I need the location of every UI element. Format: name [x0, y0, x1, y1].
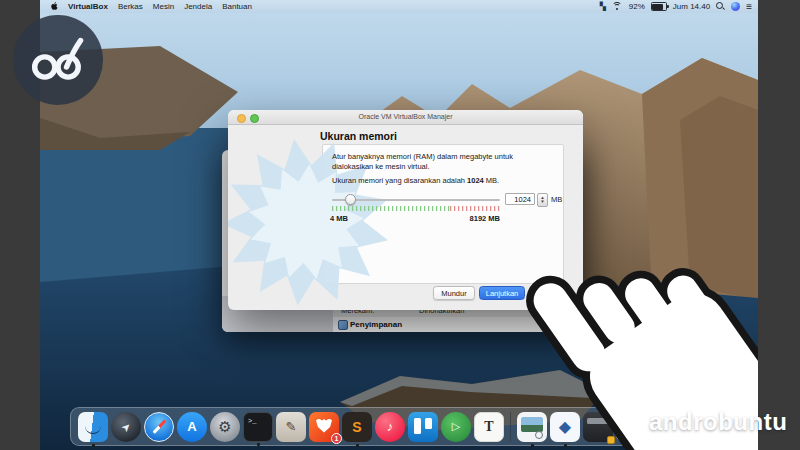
menu-item-virtualbox[interactable]: VirtualBox	[68, 2, 108, 11]
memory-description-text: Atur banyaknya memori (RAM) dalam megaby…	[332, 152, 556, 172]
dock-music-icon[interactable]: ♪	[375, 412, 405, 442]
menu-item-berkas[interactable]: Berkas	[118, 2, 143, 11]
dock-terminal-icon[interactable]: >_	[243, 412, 273, 442]
menu-item-jendela[interactable]: Jendela	[184, 2, 212, 11]
slider-tick-marks	[332, 206, 500, 211]
slider-min-label: 4 MB	[330, 214, 348, 223]
dock-sublime-text-icon[interactable]: S	[342, 412, 372, 442]
apple-menu-icon[interactable]	[50, 1, 58, 13]
menu-bar: VirtualBox Berkas Mesin Jendela Bantuan …	[40, 0, 758, 13]
slider-max-label: 8192 MB	[460, 214, 500, 223]
dock-text-editor-icon[interactable]: T	[474, 412, 504, 442]
ab-loops-icon	[23, 31, 93, 89]
dialog-titlebar[interactable]: Oracle VM VirtualBox Manajer	[228, 110, 583, 125]
dock-preview-icon[interactable]	[517, 412, 547, 442]
memory-stepper[interactable]: ▲ ▼	[537, 193, 548, 207]
androbuntu-watermark-text: androbuntu	[649, 408, 787, 436]
siri-icon[interactable]	[731, 2, 740, 11]
memory-unit-label: MB	[551, 195, 562, 204]
dock-system-preferences-icon[interactable]: ⚙	[210, 412, 240, 442]
recommended-value: 1024	[467, 176, 484, 185]
dock-green-media-app-icon[interactable]: ▷	[441, 412, 471, 442]
dropbox-icon[interactable]: ▚	[600, 3, 606, 11]
mac-screen: VirtualBox Berkas Mesin Jendela Bantuan …	[40, 0, 758, 450]
running-indicator-dot	[564, 444, 567, 447]
menu-item-bantuan[interactable]: Bantuan	[222, 2, 252, 11]
storage-disk-icon	[338, 320, 348, 330]
control-center-icon[interactable]: ≡	[746, 2, 752, 12]
memory-slider-handle[interactable]	[345, 194, 356, 205]
battery-percent-label: 92%	[629, 2, 645, 11]
back-button[interactable]: Mundur	[433, 286, 475, 300]
memory-slider-track[interactable]	[332, 199, 500, 201]
brave-notification-badge: 1	[331, 433, 342, 444]
dock-launchpad-icon[interactable]: ➤	[111, 412, 141, 442]
running-indicator-dot	[531, 444, 534, 447]
dock-safari-icon[interactable]	[144, 412, 174, 442]
dock-gimp-icon[interactable]: ✎	[276, 412, 306, 442]
battery-icon	[651, 2, 667, 11]
dialog-title: Oracle VM VirtualBox Manajer	[228, 113, 583, 120]
running-indicator-dot	[92, 444, 95, 447]
stepper-down-icon[interactable]: ▼	[540, 200, 544, 204]
dock-separator	[510, 412, 511, 442]
running-indicator-dot	[356, 444, 359, 447]
dock-app-store-icon[interactable]: A	[177, 412, 207, 442]
memory-size-dialog: Oracle VM VirtualBox Manajer Ukuran memo…	[228, 110, 583, 310]
screenshot-stage: VirtualBox Berkas Mesin Jendela Bantuan …	[0, 0, 800, 450]
menu-clock[interactable]: Jum 14.40	[673, 2, 710, 11]
androbuntu-logo-badge	[13, 15, 103, 105]
search-icon[interactable]	[716, 2, 725, 11]
dock-brave-icon[interactable]: 1	[309, 412, 339, 442]
running-indicator-dot	[257, 443, 260, 446]
storage-section-label: Penyimpanan	[350, 320, 402, 329]
menu-item-mesin[interactable]: Mesin	[153, 2, 174, 11]
memory-value-input[interactable]: 1024	[505, 193, 535, 205]
dialog-heading: Ukuran memori	[320, 130, 397, 142]
wifi-icon[interactable]	[612, 2, 623, 11]
memory-recommendation-text: Ukuran memori yang disarankan adalah 102…	[332, 176, 556, 185]
dock-trello-icon[interactable]	[408, 412, 438, 442]
